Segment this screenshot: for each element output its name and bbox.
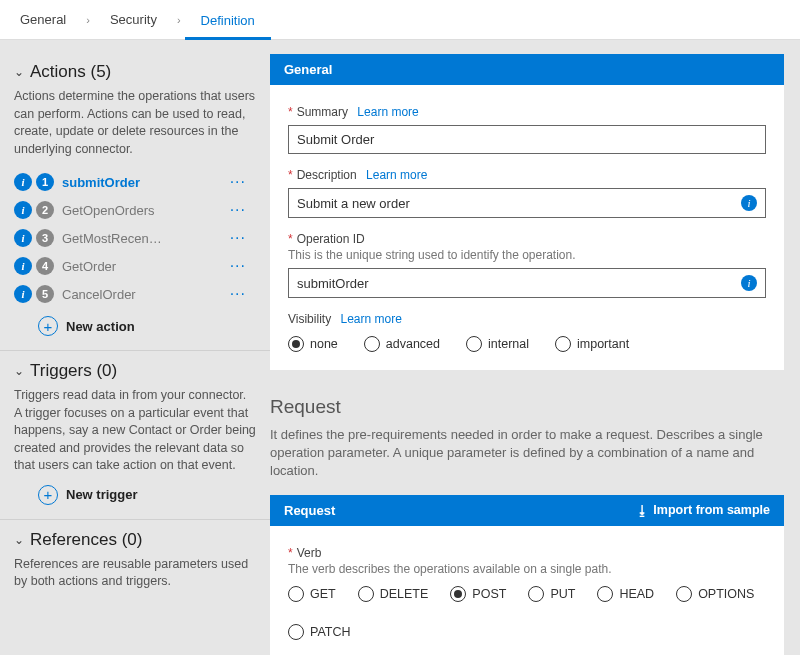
info-icon[interactable]: i bbox=[741, 195, 757, 211]
action-label: GetOrder bbox=[62, 259, 116, 274]
visibility-radio-group: none advanced internal important bbox=[288, 336, 766, 352]
sidebar-item-cancelorder[interactable]: i 5 CancelOrder ··· bbox=[14, 280, 256, 308]
action-label: CancelOrder bbox=[62, 287, 136, 302]
request-panel-title: Request bbox=[284, 503, 335, 518]
general-panel-header: General bbox=[270, 54, 784, 85]
visibility-radio-none[interactable]: none bbox=[288, 336, 338, 352]
index-badge: 2 bbox=[36, 201, 54, 219]
actions-title: Actions (5) bbox=[30, 62, 111, 82]
request-title: Request bbox=[270, 396, 784, 418]
learn-more-link[interactable]: Learn more bbox=[366, 168, 427, 182]
verb-radio-post[interactable]: POST bbox=[450, 586, 506, 602]
references-description: References are reusable parameters used … bbox=[14, 556, 256, 591]
description-value: Submit a new order bbox=[297, 196, 410, 211]
index-badge: 5 bbox=[36, 285, 54, 303]
summary-value: Submit Order bbox=[297, 132, 374, 147]
operation-id-help: This is the unique string used to identi… bbox=[288, 248, 766, 262]
triggers-description: Triggers read data in from your connecto… bbox=[14, 387, 256, 475]
action-label: submitOrder bbox=[62, 175, 140, 190]
general-panel-body: *Summary Learn more Submit Order *Descri… bbox=[270, 85, 784, 370]
content-area: General *Summary Learn more Submit Order… bbox=[270, 40, 800, 655]
request-panel-body: *Verb The verb describes the operations … bbox=[270, 526, 784, 655]
verb-radio-options[interactable]: OPTIONS bbox=[676, 586, 754, 602]
description-label: *Description Learn more bbox=[288, 168, 766, 182]
verb-label: *Verb bbox=[288, 546, 766, 560]
chevron-right-icon: › bbox=[82, 14, 94, 26]
general-panel-title: General bbox=[284, 62, 332, 77]
sidebar-item-getorder[interactable]: i 4 GetOrder ··· bbox=[14, 252, 256, 280]
more-icon[interactable]: ··· bbox=[230, 201, 256, 219]
verb-radio-get[interactable]: GET bbox=[288, 586, 336, 602]
new-action-button[interactable]: + New action bbox=[38, 316, 256, 336]
learn-more-link[interactable]: Learn more bbox=[340, 312, 401, 326]
divider bbox=[0, 350, 270, 351]
breadcrumb: General › Security › Definition bbox=[0, 0, 800, 40]
verb-radio-head[interactable]: HEAD bbox=[597, 586, 654, 602]
learn-more-link[interactable]: Learn more bbox=[357, 105, 418, 119]
request-description: It defines the pre-requirements needed i… bbox=[270, 426, 784, 481]
plus-icon: + bbox=[38, 316, 58, 336]
chevron-down-icon: ⌄ bbox=[14, 364, 24, 378]
chevron-right-icon: › bbox=[173, 14, 185, 26]
references-title: References (0) bbox=[30, 530, 142, 550]
verb-radio-patch[interactable]: PATCH bbox=[288, 624, 351, 640]
action-label: GetMostRecen… bbox=[62, 231, 162, 246]
summary-input[interactable]: Submit Order bbox=[288, 125, 766, 154]
index-badge: 4 bbox=[36, 257, 54, 275]
sidebar-item-submitorder[interactable]: i 1 submitOrder ··· bbox=[14, 168, 256, 196]
action-label: GetOpenOrders bbox=[62, 203, 155, 218]
sidebar-item-getopenorders[interactable]: i 2 GetOpenOrders ··· bbox=[14, 196, 256, 224]
divider bbox=[0, 519, 270, 520]
download-icon: ⭳ bbox=[636, 503, 649, 518]
verb-radio-put[interactable]: PUT bbox=[528, 586, 575, 602]
index-badge: 1 bbox=[36, 173, 54, 191]
new-trigger-button[interactable]: + New trigger bbox=[38, 485, 256, 505]
chevron-down-icon: ⌄ bbox=[14, 533, 24, 547]
sidebar: ⌄ Actions (5) Actions determine the oper… bbox=[0, 40, 270, 655]
info-icon: i bbox=[14, 285, 32, 303]
sidebar-section-references[interactable]: ⌄ References (0) bbox=[14, 530, 256, 550]
visibility-label: Visibility Learn more bbox=[288, 312, 766, 326]
more-icon[interactable]: ··· bbox=[230, 173, 256, 191]
more-icon[interactable]: ··· bbox=[230, 257, 256, 275]
actions-list: i 1 submitOrder ··· i 2 GetOpenOrders ··… bbox=[14, 168, 256, 308]
request-section: Request It defines the pre-requirements … bbox=[270, 396, 784, 655]
tab-security[interactable]: Security bbox=[94, 0, 173, 40]
operation-id-value: submitOrder bbox=[297, 276, 369, 291]
info-icon: i bbox=[14, 173, 32, 191]
sidebar-item-getmostrecent[interactable]: i 3 GetMostRecen… ··· bbox=[14, 224, 256, 252]
description-input[interactable]: Submit a new order i bbox=[288, 188, 766, 218]
more-icon[interactable]: ··· bbox=[230, 229, 256, 247]
info-icon[interactable]: i bbox=[741, 275, 757, 291]
tab-definition[interactable]: Definition bbox=[185, 0, 271, 40]
verb-radio-delete[interactable]: DELETE bbox=[358, 586, 429, 602]
triggers-title: Triggers (0) bbox=[30, 361, 117, 381]
summary-label: *Summary Learn more bbox=[288, 105, 766, 119]
verb-radio-group: GET DELETE POST PUT HEAD OPTIONS PATCH bbox=[288, 586, 766, 640]
operation-id-input[interactable]: submitOrder i bbox=[288, 268, 766, 298]
visibility-radio-important[interactable]: important bbox=[555, 336, 629, 352]
sidebar-section-actions[interactable]: ⌄ Actions (5) bbox=[14, 62, 256, 82]
import-from-sample-button[interactable]: ⭳ Import from sample bbox=[636, 503, 770, 518]
info-icon: i bbox=[14, 229, 32, 247]
operation-id-label: *Operation ID bbox=[288, 232, 766, 246]
info-icon: i bbox=[14, 201, 32, 219]
info-icon: i bbox=[14, 257, 32, 275]
new-action-label: New action bbox=[66, 319, 135, 334]
plus-icon: + bbox=[38, 485, 58, 505]
chevron-down-icon: ⌄ bbox=[14, 65, 24, 79]
visibility-radio-advanced[interactable]: advanced bbox=[364, 336, 440, 352]
request-panel-header: Request ⭳ Import from sample bbox=[270, 495, 784, 526]
tab-general[interactable]: General bbox=[4, 0, 82, 40]
verb-help: The verb describes the operations availa… bbox=[288, 562, 766, 576]
new-trigger-label: New trigger bbox=[66, 487, 138, 502]
actions-description: Actions determine the operations that us… bbox=[14, 88, 256, 158]
more-icon[interactable]: ··· bbox=[230, 285, 256, 303]
sidebar-section-triggers[interactable]: ⌄ Triggers (0) bbox=[14, 361, 256, 381]
visibility-radio-internal[interactable]: internal bbox=[466, 336, 529, 352]
index-badge: 3 bbox=[36, 229, 54, 247]
